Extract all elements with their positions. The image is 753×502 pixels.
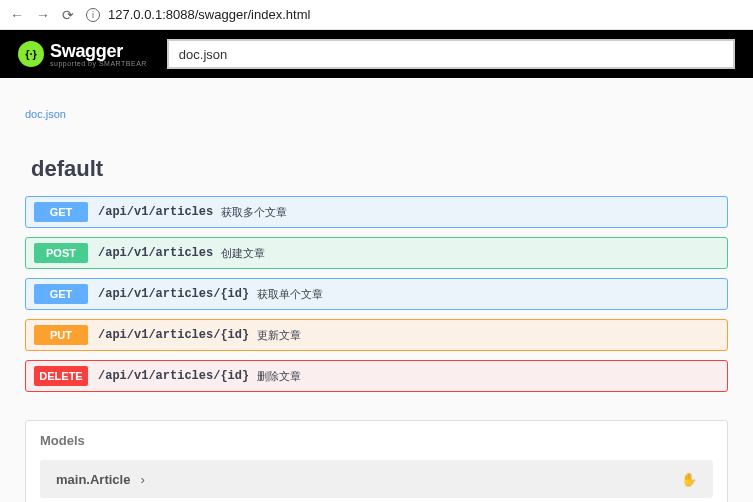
endpoint-summary: 更新文章	[257, 328, 301, 343]
method-badge: GET	[34, 284, 88, 304]
method-badge: PUT	[34, 325, 88, 345]
endpoint-path: /api/v1/articles/{id}	[98, 287, 249, 301]
endpoint-delete-4[interactable]: DELETE/api/v1/articles/{id}删除文章	[25, 360, 728, 392]
endpoint-post-1[interactable]: POST/api/v1/articles创建文章	[25, 237, 728, 269]
reload-button[interactable]: ⟳	[62, 7, 74, 23]
endpoint-get-0[interactable]: GET/api/v1/articles获取多个文章	[25, 196, 728, 228]
back-button[interactable]: ←	[10, 7, 24, 23]
model-item-0[interactable]: main.Article›✋	[40, 460, 713, 498]
swagger-logo-subtext: supported by SMARTBEAR	[50, 60, 147, 67]
swagger-header: {·} Swagger supported by SMARTBEAR doc.j…	[0, 30, 753, 78]
swagger-logo: {·} Swagger supported by SMARTBEAR	[18, 41, 147, 67]
info-icon: i	[86, 8, 100, 22]
endpoint-summary: 创建文章	[221, 246, 265, 261]
swagger-logo-icon: {·}	[18, 41, 44, 67]
endpoint-path: /api/v1/articles/{id}	[98, 369, 249, 383]
endpoint-path: /api/v1/articles	[98, 246, 213, 260]
endpoint-path: /api/v1/articles/{id}	[98, 328, 249, 342]
forward-button[interactable]: →	[36, 7, 50, 23]
endpoint-path: /api/v1/articles	[98, 205, 213, 219]
swagger-logo-text: Swagger	[50, 41, 147, 62]
address-bar[interactable]: i 127.0.0.1:8088/swagger/index.html	[86, 7, 743, 22]
chevron-right-icon: ›	[140, 472, 144, 487]
method-badge: GET	[34, 202, 88, 222]
url-text: 127.0.0.1:8088/swagger/index.html	[108, 7, 310, 22]
models-title[interactable]: Models	[40, 433, 713, 448]
tag-default[interactable]: default	[31, 156, 728, 182]
endpoint-summary: 获取多个文章	[221, 205, 287, 220]
model-name: main.Article	[56, 472, 130, 487]
endpoint-put-3[interactable]: PUT/api/v1/articles/{id}更新文章	[25, 319, 728, 351]
endpoint-summary: 删除文章	[257, 369, 301, 384]
models-section: Models main.Article›✋	[25, 420, 728, 502]
endpoint-summary: 获取单个文章	[257, 287, 323, 302]
browser-toolbar: ← → ⟳ i 127.0.0.1:8088/swagger/index.htm…	[0, 0, 753, 30]
method-badge: DELETE	[34, 366, 88, 386]
doc-json-link[interactable]: doc.json	[25, 108, 66, 120]
pointer-icon: ✋	[681, 472, 697, 487]
endpoint-get-2[interactable]: GET/api/v1/articles/{id}获取单个文章	[25, 278, 728, 310]
spec-url-input[interactable]: doc.json	[167, 39, 735, 69]
method-badge: POST	[34, 243, 88, 263]
